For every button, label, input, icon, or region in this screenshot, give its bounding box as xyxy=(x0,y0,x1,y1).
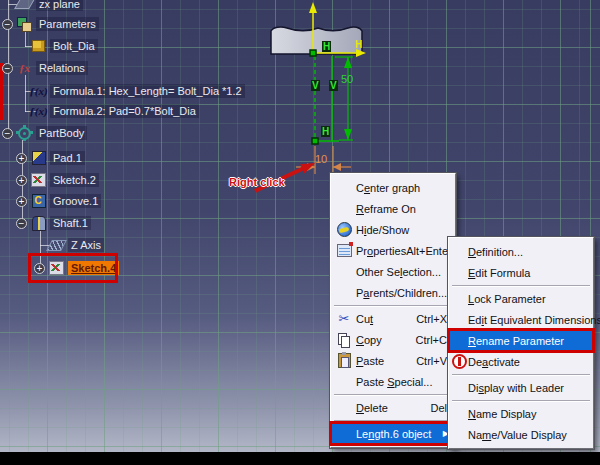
tree-item-bolt-dia[interactable]: Bolt_Dia xyxy=(0,37,98,55)
menu-item-rename-parameter[interactable]: Rename Parameter xyxy=(450,330,592,351)
tree-item-label[interactable]: Formula.2: Pad=0.7*Bolt_Dia xyxy=(50,104,199,118)
menu-item-lock-parameter[interactable]: Lock Parameter xyxy=(450,288,592,309)
tree-item-sketch-2[interactable]: +Sketch.2 xyxy=(0,171,99,189)
collapse-minus-icon[interactable]: − xyxy=(2,19,13,30)
menu-separator xyxy=(334,420,452,421)
sketch-drawing xyxy=(225,0,405,200)
menu-item-hide-show[interactable]: Hide/Show xyxy=(332,219,454,240)
tree-item-pad-1[interactable]: +Pad.1 xyxy=(0,149,85,167)
tree-item-label[interactable]: Shaft.1 xyxy=(50,216,91,230)
collapse-minus-icon[interactable]: − xyxy=(2,128,13,139)
menu-item-other-selection-[interactable]: Other Selection... xyxy=(332,261,454,282)
menu-item-label: Name/Value Display xyxy=(468,429,567,441)
menu-separator xyxy=(334,305,452,306)
expand-plus-icon[interactable]: + xyxy=(16,153,27,164)
parameters-icon xyxy=(16,16,33,33)
right-click-annotation: Right click xyxy=(229,177,285,188)
relations-icon xyxy=(16,60,33,77)
annotation-box-sketch4 xyxy=(28,253,118,283)
bottom-bar xyxy=(0,452,600,465)
menu-item-edit-equivalent-dimensions[interactable]: Edit Equivalent Dimensions xyxy=(450,309,592,330)
properties-icon xyxy=(332,244,356,257)
context-menu: Center graphReframe OnHide/ShowPropertie… xyxy=(330,173,456,448)
menu-item-name-value-display[interactable]: Name/Value Display xyxy=(450,424,592,445)
menu-item-edit-formula[interactable]: Edit Formula xyxy=(450,262,592,283)
partbody-icon xyxy=(16,125,33,142)
expand-plus-icon[interactable]: + xyxy=(16,175,27,186)
menu-item-label: Name Display xyxy=(468,408,536,420)
cut-icon xyxy=(332,312,356,325)
menu-item-parents-children-[interactable]: Parents/Children... xyxy=(332,282,454,303)
h-constraint-top: H xyxy=(322,41,331,52)
menu-item-label: Parents/Children... xyxy=(356,287,447,299)
shaft-icon xyxy=(30,215,47,232)
menu-item-paste-special-[interactable]: Paste Special... xyxy=(332,371,454,392)
tree-item-label[interactable]: Relations xyxy=(36,61,88,75)
menu-item-label: Cut xyxy=(356,313,373,325)
collapse-minus-icon[interactable]: − xyxy=(2,63,13,74)
menu-item-label: Paste Special... xyxy=(356,376,432,388)
menu-item-label: Lock Parameter xyxy=(468,293,546,305)
height-dimension-line[interactable] xyxy=(335,57,353,140)
menu-item-definition-[interactable]: Definition... xyxy=(450,241,592,262)
tree-item-partbody[interactable]: −PartBody xyxy=(0,124,87,142)
menu-item-label: Length.6 object xyxy=(356,428,431,440)
menu-item-label: Definition... xyxy=(468,246,523,258)
groove-icon xyxy=(30,193,47,210)
plane-icon xyxy=(16,0,33,13)
tree-item-formula-1-hex-length-bolt-dia-1-2[interactable]: Formula.1: Hex_Length= Bolt_Dia *1.2 xyxy=(0,82,245,100)
menu-item-label: Reframe On xyxy=(356,203,416,215)
tree-item-label[interactable]: Bolt_Dia xyxy=(50,39,98,53)
menu-item-cut[interactable]: CutCtrl+X xyxy=(332,308,454,329)
menu-item-length-6-object[interactable]: Length.6 object▶ xyxy=(332,423,454,444)
menu-item-display-with-leader[interactable]: Display with Leader xyxy=(450,377,592,398)
formula-icon xyxy=(30,103,47,120)
menu-item-label: Copy xyxy=(356,334,382,346)
menu-item-paste[interactable]: PasteCtrl+V xyxy=(332,350,454,371)
height-dimension-value[interactable]: 50 xyxy=(341,74,353,85)
parameter-icon xyxy=(30,38,47,55)
hide-show-icon xyxy=(332,222,356,237)
tree-item-label[interactable]: PartBody xyxy=(36,126,87,140)
menu-item-label: Rename Parameter xyxy=(468,335,564,347)
menu-item-name-display[interactable]: Name Display xyxy=(450,403,592,424)
tree-item-relations[interactable]: −Relations xyxy=(0,59,88,77)
menu-item-label: Center graph xyxy=(356,182,420,194)
menu-item-label: Display with Leader xyxy=(468,382,564,394)
h-axis-label: H xyxy=(355,39,362,50)
tree-item-zx-plane[interactable]: zx plane xyxy=(0,0,83,13)
tree-item-label[interactable]: Pad.1 xyxy=(50,151,85,165)
menu-separator xyxy=(452,374,590,375)
menu-item-label: Deactivate xyxy=(468,356,520,368)
tree-item-label[interactable]: Sketch.2 xyxy=(50,173,99,187)
collapse-minus-icon[interactable]: − xyxy=(16,218,27,229)
axis-icon xyxy=(48,237,65,254)
menu-item-label: Hide/Show xyxy=(356,224,409,236)
menu-item-label: Properties xyxy=(356,245,406,257)
menu-item-label: Delete xyxy=(356,402,388,414)
tree-item-label[interactable]: Z Axis xyxy=(68,238,104,252)
v-constraint-right: V xyxy=(329,80,338,91)
expand-plus-icon[interactable]: + xyxy=(16,196,27,207)
h-constraint-bottom: H xyxy=(321,126,330,137)
tree-item-groove-1[interactable]: +Groove.1 xyxy=(0,192,101,210)
menu-item-label: Paste xyxy=(356,355,384,367)
width-dimension-value[interactable]: 10 xyxy=(315,154,327,165)
parameter-submenu: Definition...Edit FormulaLock ParameterE… xyxy=(448,237,594,449)
menu-item-reframe-on[interactable]: Reframe On xyxy=(332,198,454,219)
tree-item-label[interactable]: Groove.1 xyxy=(50,194,101,208)
tree-item-label[interactable]: zx plane xyxy=(36,0,83,11)
menu-item-copy[interactable]: CopyCtrl+C xyxy=(332,329,454,350)
menu-item-delete[interactable]: DeleteDel xyxy=(332,397,454,418)
tree-item-label[interactable]: Formula.1: Hex_Length= Bolt_Dia *1.2 xyxy=(50,84,245,98)
tree-item-shaft-1[interactable]: −Shaft.1 xyxy=(0,214,91,232)
menu-item-center-graph[interactable]: Center graph xyxy=(332,177,454,198)
tree-item-z-axis[interactable]: Z Axis xyxy=(0,236,104,254)
tree-item-label[interactable]: Parameters xyxy=(36,17,99,31)
tree-item-formula-2-pad-0-7-bolt-dia[interactable]: Formula.2: Pad=0.7*Bolt_Dia xyxy=(0,102,199,120)
menu-item-properties[interactable]: PropertiesAlt+Enter xyxy=(332,240,454,261)
menu-item-deactivate[interactable]: Deactivate xyxy=(450,351,592,372)
tree-item-parameters[interactable]: −Parameters xyxy=(0,15,99,33)
sketch-icon xyxy=(30,172,47,189)
deactivate-icon xyxy=(450,354,468,369)
